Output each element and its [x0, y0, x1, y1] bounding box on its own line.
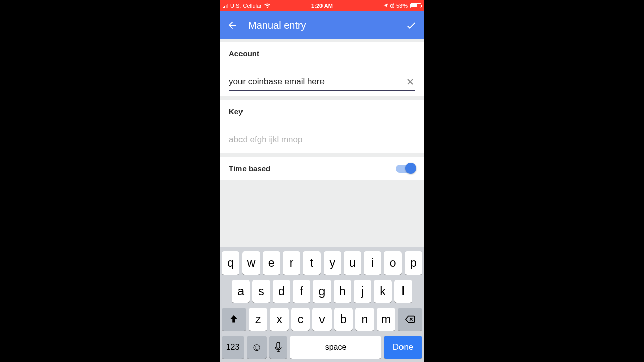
form-content: Account Key Time based — [220, 39, 424, 247]
clear-icon[interactable] — [405, 77, 415, 87]
key-t[interactable]: t — [303, 251, 320, 275]
key-k[interactable]: k — [374, 280, 391, 303]
account-input[interactable] — [229, 77, 405, 87]
key-section: Key — [220, 100, 424, 153]
key-s[interactable]: s — [252, 280, 270, 303]
key-d[interactable]: d — [273, 280, 290, 303]
account-field-row — [229, 77, 415, 91]
navbar: Manual entry — [220, 11, 424, 39]
key-j[interactable]: j — [354, 280, 371, 303]
battery-icon — [410, 3, 421, 8]
account-section: Account — [220, 42, 424, 96]
numbers-key[interactable]: 123 — [222, 336, 244, 359]
key-v[interactable]: v — [312, 308, 331, 331]
toggle-knob — [405, 163, 416, 174]
key-n[interactable]: n — [355, 308, 374, 331]
key-w[interactable]: w — [242, 251, 260, 275]
back-arrow-icon[interactable] — [227, 20, 238, 31]
shift-key[interactable] — [222, 308, 246, 331]
key-h[interactable]: h — [334, 280, 351, 303]
key-c[interactable]: c — [291, 308, 310, 331]
key-input[interactable] — [229, 135, 415, 145]
space-key[interactable]: space — [290, 336, 381, 359]
clock-label: 1:20 AM — [220, 3, 424, 9]
key-e[interactable]: e — [263, 251, 280, 275]
backspace-key[interactable] — [398, 308, 422, 331]
status-bar: U.S. Cellular 1:20 AM 53% — [220, 0, 424, 11]
done-key[interactable]: Done — [384, 336, 422, 359]
key-r[interactable]: r — [283, 251, 300, 275]
time-based-label: Time based — [229, 164, 270, 173]
key-m[interactable]: m — [377, 308, 395, 331]
phone-frame: U.S. Cellular 1:20 AM 53% Manual entry — [220, 0, 424, 362]
confirm-check-icon[interactable] — [405, 19, 417, 31]
key-p[interactable]: p — [405, 251, 422, 275]
key-g[interactable]: g — [313, 280, 331, 303]
key-o[interactable]: o — [384, 251, 401, 275]
key-f[interactable]: f — [293, 280, 310, 303]
key-z[interactable]: z — [249, 308, 267, 331]
key-q[interactable]: q — [222, 251, 239, 275]
key-u[interactable]: u — [344, 251, 361, 275]
key-y[interactable]: y — [324, 251, 341, 275]
keyboard: qwertyuiop asdfghjkl zxcvbnm 123 ☺ space… — [220, 247, 424, 362]
svg-rect-1 — [277, 342, 280, 348]
key-l[interactable]: l — [394, 280, 412, 303]
time-based-row: Time based — [220, 157, 424, 180]
mic-key[interactable] — [269, 336, 287, 359]
key-i[interactable]: i — [364, 251, 381, 275]
key-b[interactable]: b — [334, 308, 353, 331]
key-label: Key — [229, 107, 415, 116]
emoji-key[interactable]: ☺ — [247, 336, 267, 359]
time-based-toggle[interactable] — [396, 165, 415, 173]
key-a[interactable]: a — [232, 280, 250, 303]
page-title: Manual entry — [248, 20, 306, 31]
key-x[interactable]: x — [270, 308, 288, 331]
account-label: Account — [229, 49, 415, 58]
key-field-row — [229, 135, 415, 148]
